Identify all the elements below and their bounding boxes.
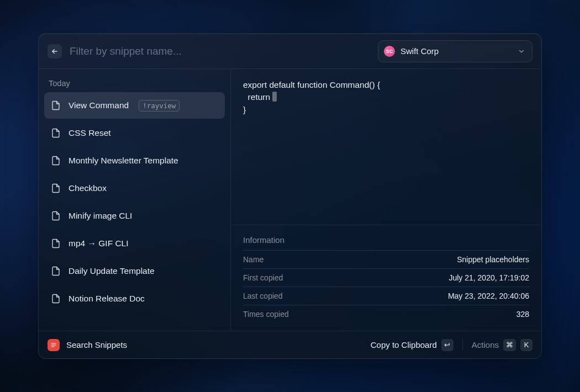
info-key: Last copied (243, 292, 283, 300)
list-item[interactable]: Daily Update Template (44, 258, 225, 284)
info-value: July 21, 2020, 17:19:02 (449, 273, 529, 282)
list-item[interactable]: Monthly Newsletter Template (44, 147, 225, 174)
list-item-label: CSS Reset (68, 128, 111, 138)
app-icon[interactable] (48, 339, 60, 351)
body: Today View Command!rayviewCSS ResetMonth… (39, 69, 541, 331)
org-name: Swift Corp (400, 46, 512, 56)
info-value: Snippet placeholders (457, 255, 529, 264)
info-value: May 23, 2022, 20:40:06 (448, 292, 529, 300)
actions-label: Actions (472, 340, 499, 349)
list-item[interactable]: Minify image CLI (44, 203, 225, 229)
info-key: First copied (243, 273, 283, 282)
file-icon (51, 128, 61, 138)
list-item[interactable]: CSS Reset (44, 120, 225, 146)
info-key: Name (243, 255, 263, 264)
enter-key-icon: ↩ (441, 339, 454, 351)
info-key: Times copied (243, 310, 289, 319)
info-row: Times copied328 (243, 305, 529, 323)
info-row: Last copiedMay 23, 2022, 20:40:06 (243, 287, 529, 305)
list-item[interactable]: View Command!rayview (44, 92, 225, 119)
info-panel: Information NameSnippet placeholdersFirs… (231, 225, 541, 331)
info-heading: Information (243, 235, 529, 245)
info-row: NameSnippet placeholders (243, 250, 529, 268)
list-item-label: Notion Release Doc (68, 294, 145, 304)
list-item-label: Monthly Newsletter Template (68, 156, 178, 166)
file-icon (51, 183, 61, 193)
info-row: First copiedJuly 21, 2020, 17:19:02 (243, 268, 529, 287)
list-item-label: View Command (68, 100, 129, 110)
snippet-list: View Command!rayviewCSS ResetMonthly New… (44, 92, 225, 312)
file-icon (51, 211, 61, 221)
arrow-left-icon (51, 47, 59, 55)
back-button[interactable] (48, 44, 62, 59)
search-input[interactable] (68, 45, 371, 58)
primary-action-label: Copy to Clipboard (371, 340, 437, 349)
cmd-key-icon: ⌘ (503, 339, 516, 351)
sidebar: Today View Command!rayviewCSS ResetMonth… (39, 69, 231, 331)
k-key-icon: K (520, 339, 532, 351)
snippet-keyword-tag: !rayview (139, 100, 180, 112)
org-picker[interactable]: SC Swift Corp (378, 40, 532, 62)
list-item[interactable]: mp4 → GIF CLI (44, 230, 225, 257)
list-item-label: mp4 → GIF CLI (68, 239, 129, 248)
detail-pane: export default function Command() { retu… (231, 69, 541, 331)
footer-divider (462, 340, 463, 351)
snippet-app-icon (50, 342, 57, 348)
file-icon (51, 239, 61, 248)
list-item[interactable]: Checkbox (44, 175, 225, 202)
snippet-preview: export default function Command() { retu… (231, 69, 541, 225)
info-value: 328 (516, 310, 529, 319)
app-window: SC Swift Corp Today View Command!rayview… (38, 33, 542, 359)
header-bar: SC Swift Corp (39, 34, 541, 69)
file-icon (51, 100, 61, 110)
placeholder-cursor-icon (272, 92, 277, 102)
file-icon (51, 266, 61, 276)
section-label: Today (44, 77, 225, 92)
list-item-label: Checkbox (68, 183, 107, 193)
footer-context-label: Search Snippets (66, 340, 127, 349)
org-avatar: SC (384, 46, 395, 57)
file-icon (51, 294, 61, 304)
list-item-label: Minify image CLI (68, 211, 132, 221)
copy-to-clipboard-button[interactable]: Copy to Clipboard ↩ (371, 339, 454, 351)
list-item-label: Daily Update Template (68, 266, 155, 276)
footer-bar: Search Snippets Copy to Clipboard ↩ Acti… (39, 331, 541, 358)
actions-button[interactable]: Actions ⌘ K (472, 339, 532, 351)
list-item[interactable]: Notion Release Doc (44, 285, 225, 312)
chevron-down-icon (518, 47, 525, 55)
file-icon (51, 156, 61, 166)
